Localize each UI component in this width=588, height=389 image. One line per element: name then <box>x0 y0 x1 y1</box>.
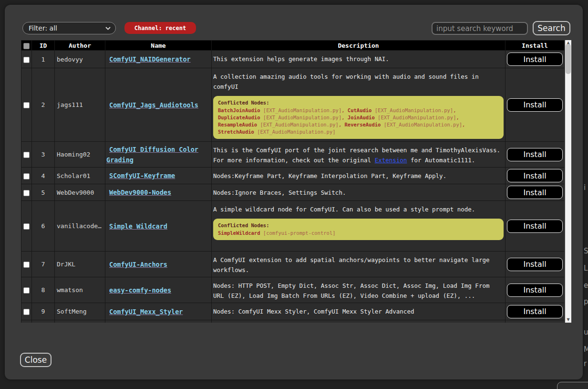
row-checkbox[interactable] <box>23 223 30 230</box>
row-author: DrJKL <box>55 252 105 277</box>
extension-name-link[interactable]: SComfyUI-Keyframe <box>109 172 175 179</box>
background-edge-fragment: M <box>584 345 588 354</box>
header-name: Name <box>105 41 212 51</box>
custom-nodes-install-dialog: Filter: all Channel: recent Search ID Au… <box>5 5 583 379</box>
row-description: A simple wildcard node for ComfyUI. Can … <box>212 201 505 252</box>
background-edge-fragment: S <box>584 246 588 256</box>
row-checkbox[interactable] <box>23 173 30 179</box>
row-author: WebDev9000 <box>55 184 105 201</box>
description-text: Nodes:Ignore Braces, Settings Switch. <box>213 189 346 196</box>
search-input[interactable] <box>432 22 528 35</box>
row-author: bedovyy <box>55 51 105 68</box>
background-edge-fragment: r <box>584 359 588 368</box>
select-all-checkbox[interactable] <box>23 43 30 49</box>
install-button[interactable]: Install <box>507 220 563 233</box>
inline-link[interactable]: Extension <box>375 157 407 164</box>
row-author: wmatson <box>55 277 105 303</box>
install-button[interactable]: Install <box>507 148 563 161</box>
row-id: 10 <box>32 320 55 323</box>
row-author: SoftMeng <box>55 303 105 320</box>
row-description: Nodes: Yolov8Detection, Yolov8Segmentati… <box>212 320 505 323</box>
install-button[interactable]: Install <box>507 186 563 199</box>
background-edge-fragment: u <box>584 327 588 337</box>
row-author: jags111 <box>55 68 105 142</box>
close-button[interactable]: Close <box>20 353 52 367</box>
filter-select-wrap: Filter: all <box>22 22 116 34</box>
search-button[interactable]: Search <box>533 21 570 35</box>
table-row: 4Scholar01SComfyUI-KeyframeNodes:Keyfram… <box>21 168 565 184</box>
header-author: Author <box>55 41 105 51</box>
conflicted-nodes-box: Conflicted Nodes:SimpleWildcard [comfyui… <box>213 219 504 240</box>
row-id: 9 <box>32 303 55 320</box>
scroll-down-icon[interactable]: ▼ <box>565 318 571 322</box>
table-row: 6vanillacode…Simple WildcardA simple wil… <box>21 201 565 252</box>
row-id: 1 <box>32 51 55 68</box>
extension-name-link[interactable]: easy-comfy-nodes <box>109 286 171 294</box>
header-id: ID <box>32 41 55 51</box>
description-text: A ComfyUI extension to add spatial ancho… <box>213 256 489 273</box>
install-button[interactable]: Install <box>507 98 563 112</box>
conflicted-nodes-title: Conflicted Nodes: <box>218 222 499 229</box>
row-description: A collection amazing audio tools for wor… <box>212 68 505 142</box>
row-author: Haoming02 <box>55 142 105 168</box>
conflicted-nodes-box: Conflicted Nodes:BatchJoinAudio [EXT_Aud… <box>213 96 504 139</box>
background-cutoff-button[interactable] <box>557 382 588 389</box>
row-description: Nodes:Keyframe Part, Keyframe Interpolat… <box>212 168 505 184</box>
row-author: Scholar01 <box>55 168 105 184</box>
background-edge-fragment: e <box>584 281 588 290</box>
table-header-row: ID Author Name Description Install <box>21 41 565 51</box>
extension-name-link[interactable]: WebDev9000-Nodes <box>109 189 171 196</box>
row-checkbox[interactable] <box>23 57 30 63</box>
row-checkbox[interactable] <box>23 309 30 315</box>
row-id: 7 <box>32 252 55 277</box>
row-author: zcfrank1st <box>55 320 105 323</box>
row-description: Nodes: HTTP POST, Empty Dict, Assoc Str,… <box>212 277 505 303</box>
extension-name-link[interactable]: Simple Wildcard <box>109 222 167 230</box>
conflicted-nodes-title: Conflicted Nodes: <box>218 99 499 106</box>
row-description: This extension helps generate images thr… <box>212 51 505 68</box>
table-row: 3Haoming02ComfyUI Diffusion Color Gradin… <box>21 142 565 168</box>
row-checkbox[interactable] <box>23 287 30 294</box>
row-checkbox[interactable] <box>23 102 30 108</box>
extension-name-link[interactable]: ComfyUI_NAIDGenerator <box>109 55 191 63</box>
install-button[interactable]: Install <box>507 169 563 182</box>
install-button[interactable]: Install <box>507 284 563 297</box>
background-edge-fragment: i <box>584 183 588 192</box>
row-id: 8 <box>32 277 55 303</box>
background-edge-fragment: L <box>584 263 588 273</box>
table-scrollbar[interactable]: ▲ ▼ <box>565 40 571 323</box>
row-checkbox[interactable] <box>23 152 30 158</box>
install-button[interactable]: Install <box>507 305 563 318</box>
channel-badge[interactable]: Channel: recent <box>124 22 196 34</box>
row-checkbox[interactable] <box>23 190 30 196</box>
background-edge-fragment: p <box>584 297 588 306</box>
row-id: 3 <box>32 142 55 168</box>
table-row: 1bedovyyComfyUI_NAIDGeneratorThis extens… <box>21 51 565 68</box>
extension-name-link[interactable]: ComfyUI-Anchors <box>109 261 167 268</box>
row-description: Nodes: ComfyUI Mexx Styler, ComfyUI Mexx… <box>212 303 505 320</box>
table-row: 9SoftMengComfyUI_Mexx_StylerNodes: Comfy… <box>21 303 565 320</box>
extension-name-link[interactable]: ComfyUI Diffusion Color Grading <box>106 146 198 164</box>
description-text: Nodes: HTTP POST, Empty Dict, Assoc Str,… <box>213 282 489 299</box>
install-button[interactable]: Install <box>507 258 563 271</box>
row-id: 2 <box>32 68 55 142</box>
description-text: This extension helps generate images thr… <box>213 55 389 63</box>
row-id: 6 <box>32 201 55 252</box>
extension-name-link[interactable]: ComfyUI_Mexx_Styler <box>109 308 183 315</box>
row-description: A ComfyUI extension to add spatial ancho… <box>212 252 505 277</box>
header-description: Description <box>212 41 505 51</box>
row-id: 4 <box>32 168 55 184</box>
header-install: Install <box>505 41 565 51</box>
description-text: Nodes: ComfyUI Mexx Styler, ComfyUI Mexx… <box>213 308 414 315</box>
row-author: vanillacode… <box>55 201 105 252</box>
filter-select[interactable]: Filter: all <box>22 22 116 34</box>
scrollbar-thumb[interactable] <box>566 44 571 74</box>
table-row: 7DrJKLComfyUI-AnchorsA ComfyUI extension… <box>21 252 565 277</box>
row-checkbox[interactable] <box>23 262 30 268</box>
row-description: Nodes:Ignore Braces, Settings Switch. <box>212 184 505 201</box>
table-row: 5WebDev9000WebDev9000-NodesNodes:Ignore … <box>21 184 565 201</box>
table-row: 8wmatsoneasy-comfy-nodesNodes: HTTP POST… <box>21 277 565 303</box>
install-button[interactable]: Install <box>507 53 563 66</box>
table-row: 10zcfrank1stComfyUI Yolov8Nodes: Yolov8D… <box>21 320 565 323</box>
extension-name-link[interactable]: ComfyUI_Jags_Audiotools <box>109 101 198 109</box>
